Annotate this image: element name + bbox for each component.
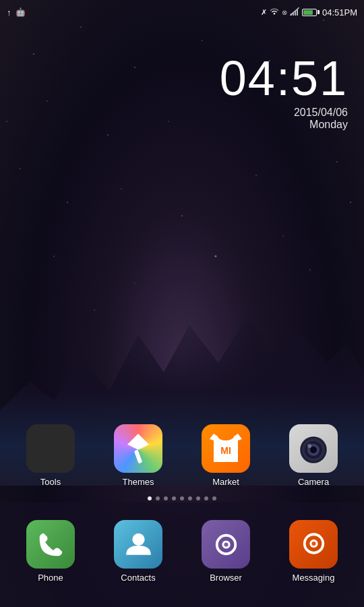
clock-date: 2015/04/06 (220, 107, 348, 119)
contacts-label: Contacts (121, 573, 155, 583)
status-left-icons: ↑ 🤖 (7, 7, 26, 18)
dock: Phone Contacts Browser (0, 502, 364, 607)
svg-rect-5 (134, 450, 142, 464)
browser-label: Browser (210, 573, 242, 583)
no-signal-icon: ✗ (261, 8, 267, 17)
dock-item-phone[interactable]: Phone (13, 520, 88, 583)
dot-8[interactable] (212, 496, 216, 500)
messaging-icon (289, 520, 338, 569)
dot-1[interactable] (156, 496, 160, 500)
tools-icon (26, 424, 75, 473)
app-item-market[interactable]: MI Market (189, 424, 263, 487)
svg-point-12 (310, 446, 317, 453)
camera-label: Camera (298, 477, 329, 487)
market-label: Market (212, 477, 239, 487)
status-bar: ↑ 🤖 ✗ ⊗ (0, 0, 364, 24)
signal-bars-icon (290, 7, 299, 17)
dock-item-contacts[interactable]: Contacts (101, 520, 175, 583)
battery-icon (302, 9, 320, 16)
dot-0[interactable] (148, 496, 152, 500)
app-grid: Tools Themes (0, 424, 364, 492)
svg-marker-6 (127, 434, 149, 450)
phone-icon (26, 520, 75, 569)
browser-icon (202, 520, 250, 569)
upload-icon: ↑ (7, 7, 11, 18)
dot-5[interactable] (188, 496, 192, 500)
page-dots (0, 496, 364, 500)
dot-4[interactable] (180, 496, 184, 500)
android-icon: 🤖 (16, 7, 26, 17)
svg-point-18 (224, 542, 228, 546)
app-item-camera[interactable]: Camera (276, 424, 351, 487)
app-item-tools[interactable]: Tools (13, 424, 88, 487)
messaging-label: Messaging (293, 573, 335, 583)
clock-time: 04:51 (220, 54, 348, 103)
phone-label: Phone (38, 573, 63, 583)
dot-3[interactable] (172, 496, 176, 500)
market-icon: MI (202, 424, 250, 473)
camera-icon (289, 424, 338, 473)
svg-point-13 (307, 444, 311, 448)
dot-7[interactable] (204, 496, 208, 500)
main-app-row: Tools Themes (7, 424, 357, 487)
contacts-icon (114, 520, 162, 569)
themes-label: Themes (123, 477, 154, 487)
svg-text:MI: MI (220, 445, 231, 456)
svg-point-15 (132, 533, 144, 545)
dot-6[interactable] (196, 496, 200, 500)
nosim-icon: ⊗ (282, 9, 287, 16)
dock-item-messaging[interactable]: Messaging (276, 520, 351, 583)
themes-icon (114, 424, 162, 473)
svg-rect-3 (297, 9, 298, 16)
status-time: 04:51PM (322, 7, 357, 18)
status-right-icons: ✗ ⊗ 04: (261, 7, 357, 18)
svg-point-21 (311, 541, 315, 545)
wifi-icon (270, 7, 279, 17)
dock-item-browser[interactable]: Browser (189, 520, 263, 583)
dot-2[interactable] (164, 496, 168, 500)
tools-label: Tools (40, 477, 61, 487)
app-item-themes[interactable]: Themes (101, 424, 175, 487)
clock-day: Monday (220, 119, 348, 131)
clock-area: 04:51 2015/04/06 Monday (220, 54, 348, 131)
